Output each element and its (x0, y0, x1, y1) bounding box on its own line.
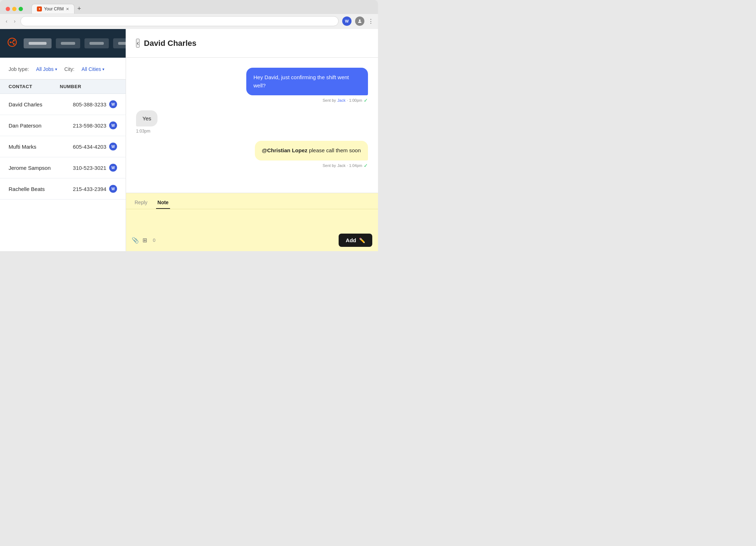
contact-list: David Charles 805-388-3233 W Dan Paterso… (0, 94, 126, 251)
reply-tabs: Reply Note (126, 193, 378, 209)
contact-number: 310-523-3021 W (73, 164, 117, 172)
title-bar: ✦ Your CRM ✕ + (0, 0, 378, 14)
minimize-window-button[interactable] (12, 7, 16, 11)
nav-item-3[interactable] (84, 38, 109, 48)
contact-number: 805-388-3233 W (73, 100, 117, 108)
browser-extension-button[interactable]: W (342, 16, 352, 26)
contact-name: Jerome Sampson (9, 165, 73, 171)
received-bubble-1: Yes (136, 110, 158, 126)
reply-toolbar: 📎 ⊞ 0 Add ✏️ (126, 231, 378, 251)
address-bar-input[interactable] (20, 16, 339, 26)
filter-row: Job type: All Jobs ▾ City: All Cities ▾ (0, 58, 126, 80)
close-window-button[interactable] (6, 7, 10, 11)
sent-meta-1: Sent by Jack · 1:00pm ✓ (246, 97, 368, 103)
browser-avatar (355, 16, 364, 26)
contact-name: David Charles (9, 101, 73, 107)
nav-item-2[interactable] (56, 38, 80, 48)
contact-number: 215-433-2394 W (73, 185, 117, 193)
job-type-dropdown[interactable]: All Jobs ▾ (36, 66, 57, 72)
received-message-1: Yes 1:03pm (136, 110, 158, 134)
active-tab[interactable]: ✦ Your CRM ✕ (32, 4, 74, 14)
reply-input[interactable] (126, 209, 378, 231)
whatsapp-badge[interactable]: W (109, 121, 117, 129)
chat-body: Hey David, just confirming the shift wen… (126, 58, 378, 193)
tab-favicon: ✦ (37, 6, 42, 11)
svg-point-0 (359, 19, 361, 21)
chat-header: ‹ David Charles (126, 29, 378, 58)
note-message-1: @Christian Lopez please call them soon S… (255, 141, 368, 168)
format-icon[interactable]: ⊞ (142, 237, 147, 244)
contact-column-header: CONTACT (9, 84, 60, 89)
contact-name: Mufti Marks (9, 144, 73, 150)
hubspot-logo (7, 37, 17, 49)
table-header: CONTACT NUMBER (0, 80, 126, 94)
whatsapp-badge[interactable]: W (109, 100, 117, 108)
city-label: City: (64, 66, 74, 72)
contact-name: Dan Paterson (9, 123, 73, 129)
note-meta-1: Sent by Jack · 1:04pm ✓ (255, 163, 368, 168)
sent-message-1: Hey David, just confirming the shift wen… (246, 68, 368, 103)
attachment-icon[interactable]: 📎 (132, 237, 139, 244)
address-bar-row: ‹ › W ⋮ (0, 14, 378, 29)
reply-tab[interactable]: Reply (133, 197, 149, 209)
top-navigation (0, 29, 126, 58)
contact-number: 605-434-4203 W (73, 143, 117, 150)
number-column-header: NUMBER (60, 84, 117, 89)
add-button[interactable]: Add ✏️ (339, 234, 372, 247)
sent-bubble-1: Hey David, just confirming the shift wen… (246, 68, 368, 95)
delivered-icon-2: ✓ (364, 163, 368, 168)
maximize-window-button[interactable] (19, 7, 23, 11)
whatsapp-badge[interactable]: W (109, 143, 117, 150)
contact-number: 213-598-3023 W (73, 121, 117, 129)
whatsapp-badge[interactable]: W (109, 164, 117, 172)
city-arrow-icon: ▾ (102, 67, 105, 72)
note-bubble-1: @Christian Lopez please call them soon (255, 141, 368, 161)
job-type-label: Job type: (9, 66, 29, 72)
received-time-1: 1:03pm (136, 129, 158, 134)
contact-row[interactable]: Jerome Sampson 310-523-3021 W (0, 157, 126, 178)
svg-point-4 (13, 40, 15, 42)
contact-row[interactable]: Mufti Marks 605-434-4203 W (0, 136, 126, 157)
reply-box: Reply Note 📎 ⊞ 0 Add ✏️ (126, 193, 378, 251)
svg-point-2 (10, 42, 11, 43)
browser-menu-button[interactable]: ⋮ (368, 18, 374, 25)
contact-row[interactable]: Rachelle Beats 215-433-2394 W (0, 178, 126, 200)
left-panel: Job type: All Jobs ▾ City: All Cities ▾ … (0, 29, 126, 251)
traffic-lights (6, 7, 23, 11)
back-button[interactable]: ‹ (136, 39, 140, 48)
contact-row[interactable]: David Charles 805-388-3233 W (0, 94, 126, 115)
delivered-icon-1: ✓ (364, 97, 368, 103)
tab-title: Your CRM (44, 6, 64, 11)
tab-bar: ✦ Your CRM ✕ + (32, 4, 84, 14)
char-count: 0 (153, 238, 155, 243)
svg-point-5 (13, 43, 15, 45)
sender-link-1: Jack (338, 98, 346, 102)
whatsapp-badge[interactable]: W (109, 185, 117, 193)
pencil-icon: ✏️ (359, 238, 365, 243)
right-panel: ‹ David Charles Hey David, just confirmi… (126, 29, 378, 251)
city-dropdown[interactable]: All Cities ▾ (82, 66, 105, 72)
tab-close-button[interactable]: ✕ (66, 7, 69, 11)
contact-name: Rachelle Beats (9, 186, 73, 192)
note-tab[interactable]: Note (156, 197, 170, 209)
nav-item-1[interactable] (24, 38, 52, 48)
job-type-arrow-icon: ▾ (55, 67, 57, 72)
contact-row[interactable]: Dan Paterson 213-598-3023 W (0, 115, 126, 136)
svg-line-7 (12, 42, 13, 43)
back-navigation-button[interactable]: ‹ (4, 17, 9, 25)
chat-contact-name: David Charles (144, 39, 197, 48)
forward-navigation-button[interactable]: › (13, 17, 17, 25)
app-container: Job type: All Jobs ▾ City: All Cities ▾ … (0, 29, 378, 251)
sender-link-2: Jack (338, 163, 346, 168)
new-tab-button[interactable]: + (74, 4, 84, 14)
